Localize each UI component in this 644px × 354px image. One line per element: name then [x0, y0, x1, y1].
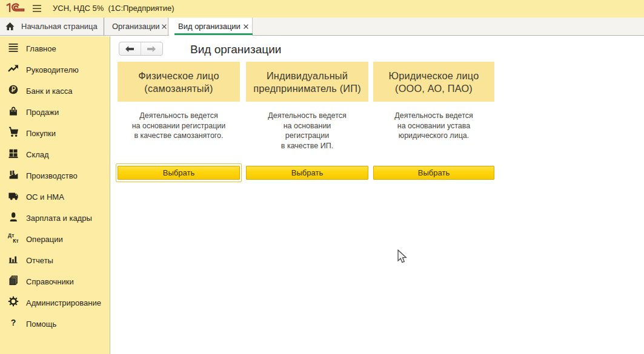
svg-text:?: ?: [11, 318, 16, 327]
